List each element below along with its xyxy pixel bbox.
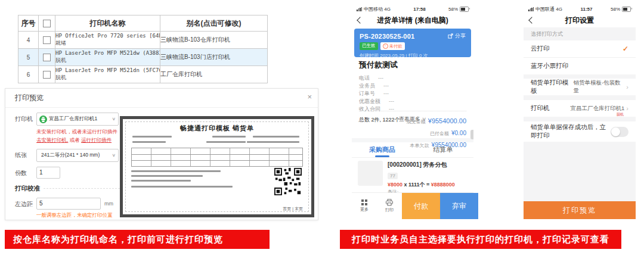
signal-icon [357, 7, 362, 11]
reject-button[interactable]: 弃审 [440, 193, 478, 219]
text-line [131, 186, 233, 188]
printer-status: 脱机 [55, 57, 66, 63]
check-icon: ✓ [623, 45, 628, 53]
row-checkbox[interactable] [43, 71, 51, 79]
printer-status-badge: 脱机 [617, 112, 624, 117]
field-label: 业务员 [359, 82, 375, 90]
tab-settlement[interactable]: 结算单 [413, 142, 473, 157]
share-icon [448, 33, 453, 39]
table-row: 5 HP LaserJet Pro MFP M521dw (A38830) 脱机… [18, 49, 268, 66]
paper-select[interactable]: 241二等分(241 * 140 mm) ∨ [36, 149, 119, 162]
copies-label: 份数 [15, 169, 36, 177]
order-meta: 创建时间 2023-05-25 | 打印 0 次 [360, 52, 466, 59]
printer-alias-cell[interactable]: 三峡物流B-103仓库打印机 [160, 32, 268, 49]
text-line [132, 141, 166, 143]
row-checkbox[interactable] [43, 36, 51, 44]
text-line [132, 136, 172, 138]
printer-alias-cell[interactable]: 三峡物流B-103门店打印机 [160, 49, 268, 66]
battery-percent: 58% [448, 7, 458, 12]
page-margin-guide [125, 121, 309, 212]
row-template[interactable]: 销货单打印模板 销货单模板-包装数量 › [524, 79, 636, 95]
status-bar: 中国联通 4G 11:57 58% [524, 5, 636, 13]
text-line [206, 141, 246, 143]
tab-purchased-goods[interactable]: 采购商品 [352, 142, 413, 157]
caption-right: 打印时业务员自主选择要执行打印的打印机，打印记录可查看 [340, 230, 621, 249]
row-index: 6 [18, 66, 39, 83]
product-tag: 77 [388, 173, 398, 179]
section-label: 选择打印方式 [524, 27, 636, 40]
table-row: 4 HP OfficeJet Pro 7720 series [64D320] … [18, 32, 268, 49]
caption-left: 按仓库名称为打印机命名，打印前可进行打印预览 [5, 230, 270, 249]
text-line [253, 136, 299, 138]
chevron-down-icon: ∨ [112, 117, 116, 121]
left-margin-input[interactable] [36, 198, 101, 210]
printer-alias-cell[interactable]: 工厂仓库打印机 [160, 66, 268, 83]
row-index: 5 [18, 49, 39, 66]
printer-name-cell: HP LaserJet Pro MFP M521dn (5FC769) 脱机 [55, 66, 160, 83]
nav-title: 打印设置 [565, 15, 594, 26]
pay-button[interactable]: 付款 [402, 193, 440, 219]
printer-select[interactable]: 宜昌工厂仓库打印机1 ∨ [36, 113, 119, 126]
carrier: 中国联通 4G [535, 6, 562, 13]
preview-doc-title: 畅捷通打印模板 销货单 [123, 124, 311, 133]
calibration-section-title: 打印校准 [15, 185, 120, 193]
back-icon[interactable] [357, 17, 363, 23]
header-select [39, 15, 55, 32]
phone-purchase-order-detail: 中国移动 4G 17:58 58% 进货单详情 (来自电脑) PS-202305… [352, 5, 473, 219]
text-line [131, 175, 203, 177]
product-thumbnail [358, 161, 383, 186]
chevron-right-icon: › [626, 83, 628, 91]
back-icon[interactable] [528, 17, 535, 23]
unit-mm: mm [104, 201, 113, 207]
preview-pagination[interactable]: 首页 | 末页 [283, 206, 303, 212]
plugin-links: 去安装打印机, 或者 运行打印插件 [36, 137, 120, 144]
chevron-right-icon: › [626, 105, 628, 112]
dialog-title: 打印预览 [5, 89, 318, 108]
battery-icon [460, 7, 469, 12]
summary-label: 成交金额 [407, 119, 426, 124]
header-alias: 别名(点击可修改) [160, 15, 268, 32]
clock: 17:58 [391, 7, 448, 12]
select-all-checkbox[interactable] [43, 20, 51, 27]
summary-value: ¥9554000.00 [428, 117, 466, 124]
printer-name-cell: HP OfficeJet Pro 7720 series [64D320] 就绪 [55, 32, 160, 49]
detail-tabs: 采购商品 结算单 [352, 142, 473, 158]
product-code-name: [000200001] 劳务分包 [388, 161, 467, 169]
row-checkbox[interactable] [43, 54, 51, 61]
print-preview-dialog: 打印预览 × 打印机 宜昌工厂仓库打印机1 ∨ 未安装打印机，或者未运行打印插件… [5, 88, 318, 220]
install-printer-link[interactable]: 去安装打印机, [36, 137, 68, 143]
printer-icon [385, 199, 394, 206]
run-plugin-link[interactable]: 运行打印插件 [81, 137, 112, 143]
carrier: 中国移动 4G [364, 6, 391, 13]
summary-value: ¥0.00 [451, 130, 466, 136]
status-badge-valid: 已生效 [360, 42, 378, 50]
row-auto-print: 销货单单据保存成功后，立即打印 [524, 121, 636, 142]
more-button[interactable]: 更多 [352, 193, 377, 219]
preview-items-table [131, 148, 303, 167]
summary-label: 已付金额 [430, 131, 449, 136]
copies-input[interactable] [36, 167, 60, 179]
close-icon[interactable]: × [307, 93, 312, 101]
status-bar: 中国移动 4G 17:58 58% [352, 5, 473, 13]
text-line [247, 141, 299, 143]
field-value: --- [378, 74, 383, 82]
table-header-row: 序号 打印机名称 别名(点击可修改) [18, 15, 268, 32]
row-printer[interactable]: 打印机 宜昌工厂仓库打印机1 › 脱机 [524, 100, 636, 117]
print-preview-button[interactable]: 打印预览 [524, 201, 636, 219]
row-bluetooth-print[interactable]: 蓝牙小票打印 [524, 57, 636, 74]
row-cloud-print[interactable]: 云打印 ✓ [524, 40, 636, 57]
margin-hint: 一般调整左边距，来确定打印位置 [36, 212, 120, 219]
battery-percent: 58% [611, 7, 620, 12]
printer-name-cell: HP LaserJet Pro MFP M521dw (A38830) 脱机 [55, 49, 160, 66]
auto-print-toggle[interactable] [611, 127, 628, 137]
clock: 11:57 [562, 7, 611, 12]
print-button[interactable]: 打印 [377, 193, 402, 219]
field-value: --- [383, 82, 389, 90]
battery-icon [622, 7, 631, 12]
supplier-name: 预付款测试 [359, 60, 466, 70]
printer-status: 就绪 [55, 40, 66, 46]
floating-handle[interactable] [470, 130, 473, 139]
share-button[interactable]: 分享 [448, 32, 466, 40]
field-label: 优惠金额 [359, 98, 380, 105]
order-header-card: PS-20230525-001 分享 已生效 ! 未付款 创建时间 2023-0… [354, 29, 471, 57]
